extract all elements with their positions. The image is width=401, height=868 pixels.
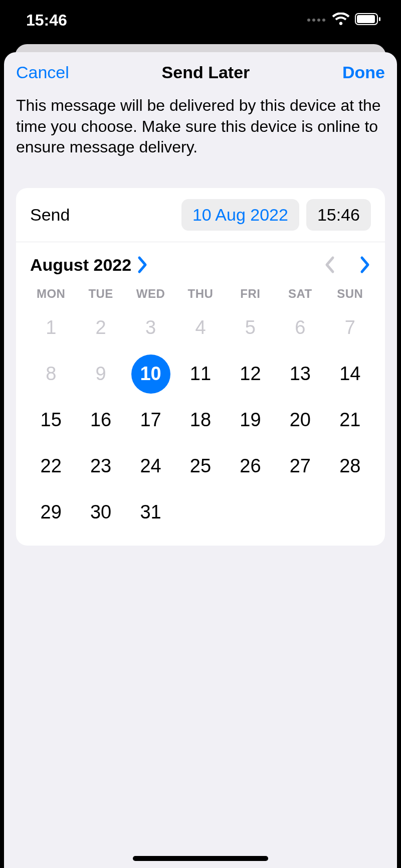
- calendar-day[interactable]: 31: [126, 489, 175, 536]
- selected-time-chip[interactable]: 15:46: [306, 199, 371, 231]
- calendar-day-number: 1: [32, 308, 71, 348]
- cellular-dots-icon: [307, 16, 327, 25]
- svg-rect-5: [357, 15, 375, 23]
- calendar-day[interactable]: 16: [76, 397, 125, 443]
- weekday-label: MON: [26, 287, 76, 301]
- calendar-day-number: 5: [231, 308, 270, 348]
- calendar-empty-cell: [325, 489, 375, 536]
- weekday-label: SUN: [325, 287, 375, 301]
- calendar-day-number: 26: [231, 447, 270, 486]
- selected-date-chip[interactable]: 10 Aug 2022: [181, 199, 299, 231]
- send-label: Send: [30, 205, 174, 225]
- calendar-day-number: 6: [281, 308, 320, 348]
- calendar-day[interactable]: 10: [126, 351, 175, 397]
- calendar-day-number: 22: [32, 447, 71, 486]
- calendar-day[interactable]: 28: [325, 443, 375, 489]
- calendar-day-number: 15: [32, 401, 71, 440]
- send-row: Send 10 Aug 2022 15:46: [16, 188, 385, 242]
- calendar-day: 3: [126, 305, 175, 351]
- calendar-week-row: 891011121314: [16, 351, 385, 397]
- calendar-week-row: 22232425262728: [16, 443, 385, 489]
- calendar-day-number: 12: [231, 355, 270, 394]
- calendar-day-number: 2: [81, 308, 120, 348]
- page-title: Send Later: [162, 63, 250, 82]
- calendar-empty-cell: [226, 489, 275, 536]
- svg-rect-6: [379, 17, 380, 21]
- weekday-label: SAT: [275, 287, 325, 301]
- calendar-day[interactable]: 26: [226, 443, 275, 489]
- calendar-empty-cell: [275, 489, 325, 536]
- calendar-day[interactable]: 19: [226, 397, 275, 443]
- calendar-day-number: 4: [181, 308, 220, 348]
- calendar-day[interactable]: 13: [275, 351, 325, 397]
- calendar-day: 5: [226, 305, 275, 351]
- calendar-day[interactable]: 11: [175, 351, 225, 397]
- calendar-day: 7: [325, 305, 375, 351]
- battery-icon: [355, 13, 381, 27]
- calendar-day: 1: [26, 305, 76, 351]
- calendar-day[interactable]: 27: [275, 443, 325, 489]
- date-picker-card: Send 10 Aug 2022 15:46 August 2022 MONTU…: [16, 188, 385, 546]
- calendar-day-number: 21: [330, 401, 369, 440]
- calendar-week-row: 293031: [16, 489, 385, 536]
- calendar-day[interactable]: 14: [325, 351, 375, 397]
- calendar-day: 8: [26, 351, 76, 397]
- calendar-empty-cell: [175, 489, 225, 536]
- calendar-day-number: 13: [281, 355, 320, 394]
- calendar-day-number: 8: [32, 355, 71, 394]
- status-indicators: [307, 13, 381, 28]
- month-selector[interactable]: August 2022: [30, 255, 324, 275]
- wifi-icon: [332, 13, 350, 28]
- status-bar: 15:46: [0, 0, 401, 44]
- calendar-day: 4: [175, 305, 225, 351]
- calendar-day[interactable]: 22: [26, 443, 76, 489]
- calendar-day-number: 17: [131, 401, 170, 440]
- calendar-day-number: 16: [81, 401, 120, 440]
- calendar-day[interactable]: 25: [175, 443, 225, 489]
- svg-point-0: [307, 19, 310, 22]
- calendar-day-number: 31: [131, 493, 170, 532]
- weekday-label: THU: [175, 287, 225, 301]
- calendar-day-number: 7: [330, 308, 369, 348]
- svg-point-1: [312, 19, 315, 22]
- cancel-button[interactable]: Cancel: [16, 63, 69, 82]
- calendar-day-number: 23: [81, 447, 120, 486]
- calendar-day[interactable]: 29: [26, 489, 76, 536]
- calendar-day: 9: [76, 351, 125, 397]
- calendar-day[interactable]: 12: [226, 351, 275, 397]
- calendar-day[interactable]: 23: [76, 443, 125, 489]
- calendar-day-number: 27: [281, 447, 320, 486]
- nav-bar: Cancel Send Later Done: [4, 52, 397, 92]
- next-month-button[interactable]: [360, 256, 371, 274]
- calendar-day-number: 14: [330, 355, 369, 394]
- calendar-day[interactable]: 30: [76, 489, 125, 536]
- svg-point-3: [322, 19, 325, 22]
- calendar-day: 2: [76, 305, 125, 351]
- calendar-day[interactable]: 17: [126, 397, 175, 443]
- calendar-day-number: 3: [131, 308, 170, 348]
- calendar-day: 6: [275, 305, 325, 351]
- month-row: August 2022: [16, 242, 385, 280]
- calendar-day-number: 11: [181, 355, 220, 394]
- calendar-day[interactable]: 18: [175, 397, 225, 443]
- calendar-day-number: 19: [231, 401, 270, 440]
- calendar-day[interactable]: 21: [325, 397, 375, 443]
- calendar-day-number: 10: [131, 355, 170, 394]
- chevron-right-icon: [137, 256, 148, 274]
- status-time: 15:46: [26, 11, 67, 30]
- calendar-day-number: 9: [81, 355, 120, 394]
- weekday-label: FRI: [226, 287, 275, 301]
- weekday-label: TUE: [76, 287, 125, 301]
- send-later-sheet: Cancel Send Later Done This message will…: [4, 52, 397, 868]
- weekday-label: WED: [126, 287, 175, 301]
- home-indicator[interactable]: [133, 856, 268, 861]
- calendar-day-number: 18: [181, 401, 220, 440]
- done-button[interactable]: Done: [342, 63, 385, 82]
- weekday-header: MONTUEWEDTHUFRISATSUN: [16, 287, 385, 301]
- calendar-day[interactable]: 24: [126, 443, 175, 489]
- calendar-week-row: 15161718192021: [16, 397, 385, 443]
- calendar-day[interactable]: 20: [275, 397, 325, 443]
- prev-month-button[interactable]: [324, 256, 335, 274]
- calendar-day[interactable]: 15: [26, 397, 76, 443]
- calendar-week-row: 1234567: [16, 305, 385, 351]
